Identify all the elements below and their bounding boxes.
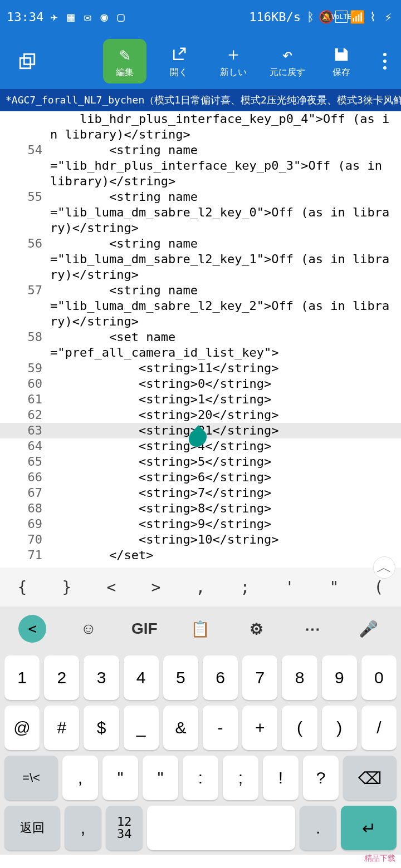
mic-icon[interactable]: 🎤 xyxy=(355,620,383,638)
sym-key[interactable]: } xyxy=(45,578,89,596)
save-label: 保存 xyxy=(332,67,350,78)
key[interactable]: - xyxy=(203,706,238,750)
telegram-icon: ✈ xyxy=(48,11,60,23)
key[interactable]: 4 xyxy=(124,655,159,700)
key[interactable]: ) xyxy=(322,706,357,750)
clipboard-icon[interactable]: 📋 xyxy=(187,620,214,638)
tabs-icon xyxy=(18,51,37,71)
key[interactable]: , xyxy=(62,756,98,800)
key[interactable]: 6 xyxy=(203,655,238,700)
key[interactable]: $ xyxy=(84,706,119,750)
svg-rect-0 xyxy=(20,58,30,68)
back-chip[interactable]: < xyxy=(18,615,46,643)
key[interactable]: 2 xyxy=(44,655,79,700)
svg-rect-1 xyxy=(24,54,34,64)
undo-label: 元に戻す xyxy=(270,67,305,78)
pencil-icon: ✎ xyxy=(119,45,130,65)
sticker-icon[interactable]: ☺ xyxy=(75,620,102,638)
key[interactable]: 0 xyxy=(361,655,397,700)
keyboard: 1234567890 @#$_&-+()/ =\<,"":;!?⌫ 返回,123… xyxy=(0,651,401,855)
tabs-button[interactable] xyxy=(6,39,48,83)
key[interactable]: / xyxy=(361,706,397,750)
mute-icon: 🔕 xyxy=(320,11,332,23)
mail-icon: ✉ xyxy=(81,11,94,23)
symbol-row: {}<>,;'"(︿ xyxy=(0,568,401,606)
key[interactable]: ↵ xyxy=(341,806,397,850)
save-button[interactable]: 保存 xyxy=(320,39,363,83)
sym-key[interactable]: ' xyxy=(267,578,312,596)
more-button[interactable] xyxy=(374,53,395,70)
sym-key[interactable]: ; xyxy=(223,578,267,596)
new-label: 新しい xyxy=(220,67,247,78)
key[interactable]: , xyxy=(65,806,101,850)
instagram-icon: ▢ xyxy=(115,11,127,23)
watermark: 精品下载 xyxy=(364,854,395,864)
key[interactable]: ( xyxy=(282,706,317,750)
settings-icon[interactable]: ⚙ xyxy=(243,620,271,638)
line-icon: ◉ xyxy=(98,11,110,23)
key[interactable]: 返回 xyxy=(4,806,60,850)
volte-icon: VoLTE xyxy=(335,11,348,23)
key[interactable]: 7 xyxy=(242,655,277,700)
more-dots-icon[interactable]: ⋯ xyxy=(299,620,326,638)
svg-rect-2 xyxy=(338,48,344,52)
key[interactable]: " xyxy=(102,756,138,800)
key[interactable]: + xyxy=(242,706,277,750)
gif-button[interactable]: GIF xyxy=(130,620,158,638)
code-editor[interactable]: lib_hdr_plus_interface_key_p0_4">Off (as… xyxy=(0,111,401,568)
key[interactable]: 3 xyxy=(84,655,119,700)
keyboard-toolbar: < ☺ GIF 📋 ⚙ ⋯ 🎤 xyxy=(0,606,401,651)
key[interactable]: ⌫ xyxy=(343,756,397,800)
status-time: 13:34 xyxy=(7,10,43,24)
sym-key[interactable]: ( xyxy=(356,578,401,596)
new-button[interactable]: ＋ 新しい xyxy=(212,39,255,83)
undo-button[interactable]: ↶ 元に戻す xyxy=(266,39,309,83)
toolbar: ✎ 編集 開く ＋ 新しい ↶ 元に戻す 保存 xyxy=(0,33,401,89)
key[interactable]: . xyxy=(300,806,336,850)
edit-button[interactable]: ✎ 編集 xyxy=(103,39,146,83)
key[interactable]: =\< xyxy=(4,756,58,800)
open-icon xyxy=(170,45,187,65)
undo-icon: ↶ xyxy=(282,45,292,65)
open-label: 開く xyxy=(170,67,188,78)
key[interactable] xyxy=(147,806,295,850)
wifi-icon: ⌇ xyxy=(366,11,379,23)
bluetooth-icon: ᛒ xyxy=(304,11,316,23)
collapse-icon[interactable]: ︿ xyxy=(373,556,395,579)
key[interactable]: ; xyxy=(223,756,258,800)
key[interactable]: @ xyxy=(4,706,40,750)
key[interactable]: _ xyxy=(124,706,159,750)
key[interactable]: 9 xyxy=(322,655,357,700)
sym-key[interactable]: , xyxy=(178,578,223,596)
key[interactable]: 1234 xyxy=(106,806,143,850)
key[interactable]: # xyxy=(44,706,79,750)
tab-title: *AGC7_forall_NL7_bychen（模式1日常偏讨喜、模式2压光纯净… xyxy=(6,93,401,107)
sym-key[interactable]: < xyxy=(89,578,134,596)
file-tab[interactable]: *AGC7_forall_NL7_bychen（模式1日常偏讨喜、模式2压光纯净… xyxy=(0,89,401,111)
sym-key[interactable]: { xyxy=(0,578,45,596)
status-bar: 13:34 ✈ ▦ ✉ ◉ ▢ 116KB/s ᛒ 🔕 VoLTE 📶 ⌇ ⚡ xyxy=(0,0,401,33)
sym-key[interactable]: > xyxy=(134,578,178,596)
key[interactable]: 8 xyxy=(282,655,317,700)
save-icon xyxy=(333,45,350,65)
plus-icon: ＋ xyxy=(224,45,242,65)
key[interactable]: & xyxy=(163,706,198,750)
open-button[interactable]: 開く xyxy=(158,39,200,83)
key[interactable]: " xyxy=(143,756,178,800)
signal-icon: 📶 xyxy=(351,11,363,23)
key[interactable]: : xyxy=(183,756,218,800)
app-icon-1: ▦ xyxy=(65,11,77,23)
key[interactable]: ! xyxy=(263,756,299,800)
key[interactable]: 1 xyxy=(4,655,40,700)
key[interactable]: ? xyxy=(303,756,339,800)
key[interactable]: 5 xyxy=(163,655,198,700)
edit-label: 編集 xyxy=(116,67,134,78)
net-speed: 116KB/s xyxy=(249,10,301,24)
sym-key[interactable]: " xyxy=(312,578,356,596)
battery-icon: ⚡ xyxy=(382,11,394,23)
